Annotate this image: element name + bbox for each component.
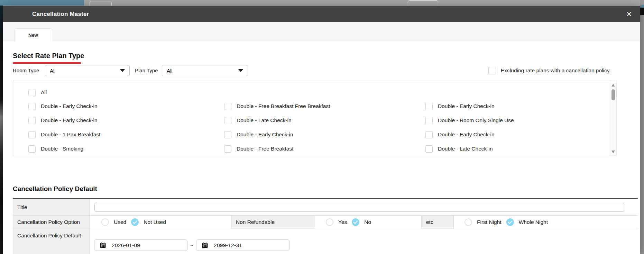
background-left-edge [0, 6, 3, 254]
non-refundable-radio-group: Yes No [326, 218, 371, 226]
scroll-up-icon[interactable] [611, 84, 615, 87]
policy-table: Title Cancellation Policy Option Used No… [13, 198, 638, 254]
room-type-value: All [50, 68, 56, 74]
heading-underline [13, 62, 81, 64]
list-item: Double - Early Check-in [224, 131, 293, 138]
plan-checkbox[interactable] [28, 103, 36, 110]
table-row-policy-option: Cancellation Policy Option Used Not Used… [13, 216, 638, 229]
background-right-dark [640, 8, 644, 15]
room-type-select[interactable]: All [45, 65, 130, 76]
list-item: Double - Early Check-in [425, 102, 495, 110]
plan-checkbox[interactable] [425, 117, 433, 124]
close-icon[interactable]: ✕ [625, 6, 633, 22]
plan-type-select[interactable]: All [162, 65, 248, 76]
plan-checkbox[interactable] [425, 103, 433, 110]
policy-default-row-label: Cancellation Policy Default [13, 229, 90, 254]
list-item: Double - Early Check-in [28, 117, 98, 124]
list-item: Double - Early Check-in [28, 102, 98, 110]
scrollbar-thumb[interactable] [611, 89, 615, 100]
select-all-checkbox[interactable] [28, 89, 36, 96]
plan-label: Double - Late Check-in [237, 117, 292, 124]
date-to-value: 2099-12-31 [214, 242, 242, 248]
chevron-down-icon [238, 69, 243, 72]
plan-label: Double - 1 Pax Breakfast [41, 131, 100, 138]
tab-new[interactable]: New [14, 28, 52, 42]
first-night-radio-label: First Night [477, 219, 502, 225]
plan-label: Double - Early Check-in [438, 131, 495, 138]
list-item-select-all: All [28, 89, 47, 96]
scroll-down-icon[interactable] [611, 151, 615, 153]
dialog-header: Cancellation Master ✕ [3, 6, 640, 22]
not-used-radio-label: Not Used [144, 219, 166, 225]
list-item: Double - Late Check-in [425, 145, 493, 153]
plan-label: Double - Early Check-in [237, 131, 293, 138]
whole-night-radio-label: Whole Night [519, 219, 548, 225]
date-range-separator: ~ [187, 239, 196, 251]
first-night-radio[interactable] [464, 218, 472, 226]
date-from-value: 2026-01-09 [112, 242, 140, 248]
etc-label: etc [422, 216, 454, 229]
calendar-icon [202, 242, 208, 248]
whole-night-radio[interactable] [506, 218, 514, 226]
exclude-checkbox[interactable] [488, 67, 496, 74]
plan-label: Double - Free Breakfast [237, 146, 294, 152]
plan-type-value: All [167, 68, 173, 74]
used-radio[interactable] [101, 218, 109, 226]
date-to-field[interactable]: 2099-12-31 [196, 239, 289, 251]
plan-label: Double - Smoking [41, 146, 83, 152]
room-type-label: Room Type [13, 65, 39, 76]
plan-checkbox[interactable] [224, 131, 231, 138]
plan-checkbox[interactable] [224, 117, 231, 124]
date-from-field[interactable]: 2026-01-09 [94, 239, 187, 251]
not-used-radio[interactable] [131, 218, 139, 226]
yes-radio[interactable] [326, 218, 333, 226]
plan-checkbox[interactable] [28, 145, 36, 153]
plan-checkbox[interactable] [425, 131, 433, 138]
exclude-checkbox-label: Excluding rate plans with a cancellation… [501, 67, 611, 74]
list-item: Double - Room Only Single Use [425, 117, 514, 124]
non-refundable-label: Non Refundable [231, 216, 314, 229]
tab-bar: New [3, 22, 640, 41]
no-radio-label: No [364, 219, 371, 225]
section-heading-policy-default: Cancellation Policy Default [13, 185, 97, 193]
title-row-label: Title [13, 199, 90, 215]
plan-label: Double - Early Check-in [438, 103, 495, 109]
no-radio[interactable] [352, 218, 359, 226]
background-header-strip [0, 0, 84, 6]
plan-label: Double - Early Check-in [41, 117, 98, 124]
used-radio-group: Used Not Used [101, 218, 166, 226]
table-row-policy-default: Cancellation Policy Default [13, 229, 638, 254]
background-right-teal [640, 5, 644, 8]
plan-label: Double - Early Check-in [41, 103, 98, 109]
plan-checkbox[interactable] [224, 145, 231, 153]
plan-label: Double - Free Breakfast Free Breakfast [237, 103, 330, 109]
rate-plan-list: All Double - Early Check-in Double - Fre… [13, 81, 617, 156]
plan-label: Double - Room Only Single Use [438, 117, 514, 124]
plan-checkbox[interactable] [28, 117, 36, 124]
yes-radio-label: Yes [338, 219, 347, 225]
list-item: Double - Early Check-in [425, 131, 495, 138]
calendar-icon [100, 242, 106, 248]
chevron-down-icon [120, 69, 125, 72]
night-radio-group: First Night Whole Night [464, 218, 548, 226]
dialog-title: Cancellation Master [32, 6, 89, 22]
title-input[interactable] [94, 203, 624, 212]
list-item: Double - 1 Pax Breakfast [28, 131, 100, 138]
list-item: Double - Late Check-in [224, 117, 292, 124]
policy-option-row-label: Cancellation Policy Option [13, 216, 90, 229]
plan-checkbox[interactable] [425, 145, 433, 153]
used-radio-label: Used [114, 219, 126, 225]
section-heading-rate-plan: Select Rate Plan Type [13, 52, 84, 60]
list-item: Double - Free Breakfast Free Breakfast [224, 102, 330, 110]
select-all-label: All [41, 89, 47, 96]
list-scrollbar[interactable] [610, 81, 616, 156]
plan-checkbox[interactable] [224, 103, 231, 110]
screen: Cancellation Master ✕ New Select Rate Pl… [0, 0, 644, 254]
exclude-rate-plans-option: Excluding rate plans with a cancellation… [488, 65, 611, 76]
list-item: Double - Free Breakfast [224, 145, 294, 153]
plan-checkbox[interactable] [28, 131, 36, 138]
window-scrollbar[interactable] [640, 0, 644, 254]
list-item: Double - Smoking [28, 145, 83, 153]
plan-label: Double - Late Check-in [438, 146, 493, 152]
plan-type-label: Plan Type [135, 65, 158, 76]
